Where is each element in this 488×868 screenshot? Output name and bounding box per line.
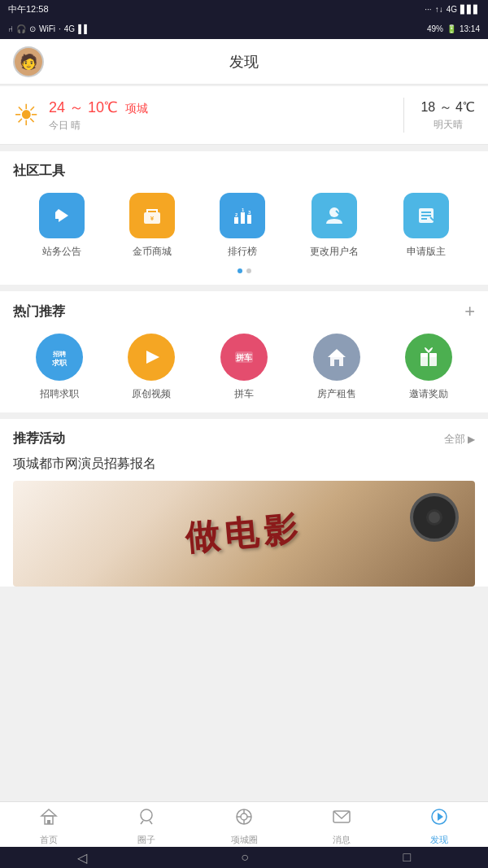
svg-marker-0 [55, 209, 68, 222]
recruit-icon: 招聘 求职 [36, 334, 83, 381]
community-title: 社区工具 [13, 163, 65, 180]
svg-rect-23 [334, 360, 339, 366]
weather-today: ☀ 24 ～ 10℃ 项城 今日 晴 [13, 98, 404, 133]
recent-button[interactable]: □ [403, 850, 412, 865]
nav-item-xiangcheng[interactable]: 项城圈 [220, 807, 268, 846]
tool-label-shop: 金币商城 [133, 245, 172, 259]
svg-marker-18 [146, 351, 159, 364]
tomorrow-temp: 18 ～ 4℃ [420, 99, 475, 116]
clock-display: 13:14 [460, 24, 480, 33]
dot-2 [246, 268, 251, 273]
avatar-face: 🧑 [15, 48, 42, 76]
tool-item-ranking[interactable]: 2 1 3 排行榜 [220, 193, 265, 259]
home-bar: ◁ ○ □ [0, 847, 488, 868]
film-reel-icon [410, 493, 459, 542]
svg-rect-4 [241, 212, 245, 224]
hot-item-video[interactable]: 原创视频 [128, 334, 175, 401]
status-bar-top: 中午12:58 ··· ↑↓ 4G ▋▋▋ [0, 0, 488, 18]
nav-label-message: 消息 [333, 834, 351, 846]
sun-icon: ☀ [13, 98, 39, 133]
weather-info: 24 ～ 10℃ 项城 今日 晴 [49, 98, 148, 133]
nav-label-xiangcheng: 项城圈 [231, 834, 258, 846]
svg-text:¥: ¥ [150, 215, 155, 222]
discover-icon [429, 807, 449, 831]
tool-item-moderator[interactable]: 申请版主 [403, 193, 449, 259]
svg-text:招聘: 招聘 [52, 351, 67, 358]
tools-grid: 站务公告 ¥ 金币商城 2 [13, 193, 475, 259]
svg-text:1: 1 [242, 207, 245, 212]
home-icon [39, 807, 59, 831]
house-icon [313, 334, 360, 381]
hot-header: 热门推荐 + [13, 303, 475, 321]
hot-item-pinche[interactable]: 拼车 拼车 [220, 334, 268, 401]
shop-icon: ¥ [129, 193, 175, 238]
username-icon [312, 193, 357, 238]
svg-text:3: 3 [248, 210, 251, 215]
moderator-icon [403, 193, 449, 238]
svg-marker-22 [328, 349, 346, 357]
back-button[interactable]: ◁ [77, 850, 87, 866]
tool-label-announcement: 站务公告 [42, 245, 81, 259]
status-time: 中午12:58 [8, 3, 49, 15]
svg-rect-29 [47, 820, 50, 824]
circle-icon [137, 807, 156, 831]
hot-item-gift[interactable]: 邀请奖励 [405, 334, 452, 401]
status-bar-bottom: ⑁ 🎧 ⊙ WiFi · 4G ▌▌ 49% 🔋 13:14 [0, 18, 488, 39]
nav-label-circle: 圈子 [137, 834, 155, 846]
chevron-right-icon: ▶ [468, 434, 475, 445]
svg-text:拼车: 拼车 [235, 353, 253, 362]
activities-all-text: 全部 [444, 432, 465, 447]
home-button[interactable]: ○ [241, 850, 249, 865]
nav-item-home[interactable]: 首页 [24, 807, 73, 846]
bluetooth-icon: ⑁ [8, 24, 13, 33]
activities-header: 推荐活动 全部 ▶ [13, 430, 475, 447]
hot-grid: 招聘 求职 招聘求职 原创视频 拼车 [13, 334, 475, 401]
activities-section: 推荐活动 全部 ▶ 项城都市网演员招募报名 做电影 [0, 419, 488, 587]
video-icon [128, 334, 175, 381]
svg-rect-5 [247, 215, 251, 224]
wifi-icon: WiFi [39, 24, 55, 33]
hot-action[interactable]: + [464, 303, 475, 321]
community-section: 社区工具 站务公告 ¥ 金币商城 [0, 151, 488, 285]
hot-section: 热门推荐 + 招聘 求职 招聘求职 原创视频 [0, 291, 488, 412]
activity-image-calligraphy: 做电影 [184, 506, 304, 561]
nav-item-message[interactable]: 消息 [317, 807, 366, 846]
gift-icon [405, 334, 452, 381]
tool-item-announcement[interactable]: 站务公告 [39, 193, 85, 259]
nav-item-discover[interactable]: 发现 [415, 807, 464, 846]
today-city: 项城 [125, 102, 148, 115]
hot-title: 热门推荐 [13, 303, 65, 321]
tool-label-username: 更改用户名 [310, 245, 359, 259]
announcement-icon [39, 193, 85, 238]
dot-1 [237, 268, 242, 273]
tool-label-moderator: 申请版主 [407, 245, 446, 259]
avatar[interactable]: 🧑 [13, 46, 44, 77]
svg-point-40 [438, 815, 441, 818]
tool-label-ranking: 排行榜 [228, 245, 257, 259]
bottom-status-icons: ⑁ 🎧 ⊙ WiFi · 4G ▌▌ [8, 24, 89, 33]
hot-label-video: 原创视频 [132, 387, 171, 401]
community-header: 社区工具 [13, 163, 475, 180]
battery-area: 49% 🔋 13:14 [427, 24, 480, 33]
activity-image[interactable]: 做电影 [13, 481, 475, 587]
today-desc: 今日 晴 [49, 119, 148, 133]
weather-tomorrow: 18 ～ 4℃ 明天晴 [404, 99, 475, 132]
activities-title: 推荐活动 [13, 430, 65, 447]
tool-item-username[interactable]: 更改用户名 [310, 193, 359, 259]
svg-text:2: 2 [235, 212, 238, 217]
ranking-icon: 2 1 3 [220, 193, 265, 238]
hot-item-house[interactable]: 房产租售 [313, 334, 360, 401]
hot-label-gift: 邀请奖励 [409, 387, 448, 401]
tool-item-shop[interactable]: ¥ 金币商城 [129, 193, 175, 259]
battery-icon: 🔋 [447, 24, 456, 33]
hot-item-recruit[interactable]: 招聘 求职 招聘求职 [36, 334, 83, 401]
svg-point-30 [141, 809, 152, 821]
activities-all-button[interactable]: 全部 ▶ [444, 432, 475, 447]
nav-item-circle[interactable]: 圈子 [122, 807, 171, 846]
hot-label-house: 房产租售 [317, 387, 356, 401]
weather-section[interactable]: ☀ 24 ～ 10℃ 项城 今日 晴 18 ～ 4℃ 明天晴 [0, 86, 488, 145]
film-reel-inner [426, 509, 442, 526]
bottom-nav: 首页 圈子 项城圈 [0, 801, 488, 847]
hot-label-pinche: 拼车 [234, 387, 254, 401]
battery-percent: 49% [427, 24, 443, 33]
